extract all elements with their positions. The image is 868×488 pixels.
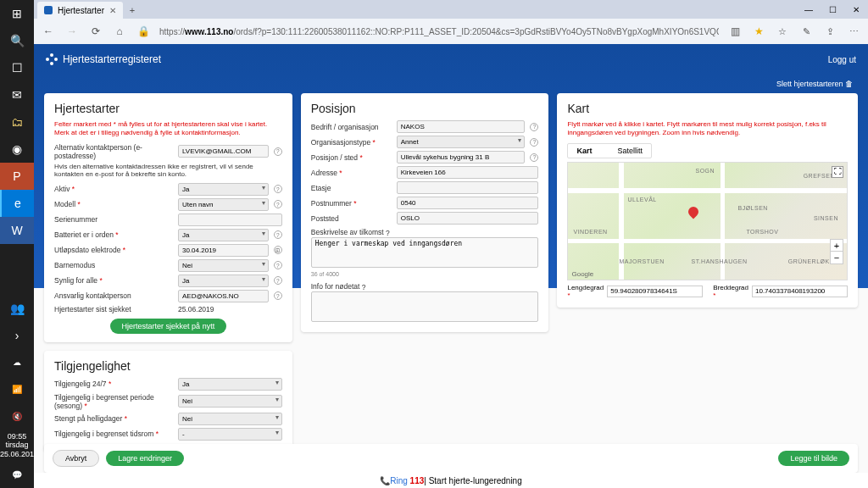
- orgtype-label: Organisasjonstype *: [311, 138, 392, 147]
- task-view-icon[interactable]: ☐: [0, 54, 34, 81]
- wifi-icon[interactable]: 📶: [0, 376, 34, 403]
- periode-select[interactable]: [178, 395, 282, 408]
- mail-icon[interactable]: ✉: [0, 81, 34, 108]
- info-icon[interactable]: ?: [274, 200, 282, 208]
- taskbar-clock[interactable]: 09:55 tirsdag 25.06.2019: [0, 430, 34, 461]
- alt-contact-input[interactable]: [178, 145, 269, 158]
- char-count: 36 of 4000: [311, 271, 539, 277]
- notes-icon[interactable]: ✎: [798, 26, 814, 37]
- adresse-input[interactable]: [397, 166, 539, 179]
- tray-expand-icon[interactable]: ›: [0, 322, 34, 349]
- info-icon[interactable]: ?: [530, 153, 538, 162]
- info-icon[interactable]: ?: [386, 229, 390, 237]
- calendar-icon[interactable]: 🗓: [274, 246, 282, 254]
- forward-button[interactable]: →: [64, 25, 80, 37]
- card-title: Kart: [567, 102, 848, 115]
- tidsrom-select[interactable]: [178, 428, 282, 441]
- windows-taskbar: ⊞ 🔍 ☐ ✉ 🗂 ◉ P e W 👥 › ☁ 📶 🔇 09:55 tirsda…: [0, 0, 34, 488]
- fullscreen-icon[interactable]: ⛶: [832, 166, 843, 178]
- info-icon[interactable]: ?: [530, 123, 538, 131]
- info-icon[interactable]: ?: [274, 147, 282, 156]
- map-label: BJØLSEN: [737, 205, 767, 211]
- favorite-star-icon[interactable]: ★: [751, 25, 766, 37]
- poststed-input[interactable]: [397, 212, 539, 225]
- map-label: TORSHOV: [746, 229, 778, 235]
- map-pin-icon[interactable]: [688, 207, 700, 219]
- barnemodus-select[interactable]: [178, 259, 269, 272]
- browser-tab[interactable]: Hjertestarter ✕: [37, 2, 123, 19]
- map-tab[interactable]: Kart: [568, 144, 600, 158]
- close-tab-icon[interactable]: ✕: [109, 6, 116, 15]
- window-maximize-button[interactable]: ☐: [821, 0, 844, 19]
- map-label: VINDEREN: [573, 229, 607, 235]
- reader-icon[interactable]: ▥: [727, 25, 743, 37]
- delete-defibrillator-link[interactable]: Slett hjertestarteren 🗑: [776, 80, 853, 88]
- info-icon[interactable]: ?: [530, 138, 538, 147]
- info-icon[interactable]: ?: [274, 185, 282, 193]
- search-icon[interactable]: 🔍: [0, 27, 34, 54]
- info-icon[interactable]: ?: [274, 230, 282, 239]
- info-icon[interactable]: ?: [362, 283, 366, 291]
- utlop-input[interactable]: [178, 244, 269, 257]
- adresse-label: Adresse *: [311, 169, 392, 177]
- aktiv-select[interactable]: [178, 183, 269, 196]
- word-icon[interactable]: W: [0, 217, 34, 244]
- t247-select[interactable]: [178, 378, 282, 391]
- synlig-select[interactable]: [178, 274, 269, 287]
- etasje-input[interactable]: [397, 181, 539, 194]
- ansvarlig-input[interactable]: [178, 290, 269, 302]
- card-title: Posisjon: [311, 102, 539, 115]
- stengt-select[interactable]: [178, 413, 282, 425]
- info-icon[interactable]: ?: [274, 276, 282, 285]
- map-canvas[interactable]: SOGN GREFSEN ULLEVÅL BJØLSEN VINDEREN TO…: [567, 162, 848, 280]
- cancel-button[interactable]: Avbryt: [53, 450, 99, 467]
- back-button[interactable]: ←: [41, 25, 56, 37]
- share-icon[interactable]: ⇪: [822, 26, 837, 37]
- logout-link[interactable]: Logg ut: [828, 55, 856, 64]
- serienummer-input[interactable]: [178, 214, 282, 226]
- favorites-icon[interactable]: ☆: [775, 26, 790, 37]
- window-close-button[interactable]: ✕: [844, 0, 868, 19]
- refresh-button[interactable]: ⟳: [88, 25, 103, 37]
- possted-input[interactable]: [397, 151, 526, 164]
- map-zoom-controls: + −: [830, 239, 843, 264]
- chrome-icon[interactable]: ◉: [0, 136, 34, 163]
- action-center-icon[interactable]: 💬: [0, 461, 34, 488]
- app-logo[interactable]: Hjertestarterregisteret: [46, 53, 161, 65]
- add-image-button[interactable]: Legge til bilde: [778, 451, 849, 466]
- info-nodetat-textarea[interactable]: [311, 291, 539, 322]
- powerpoint-icon[interactable]: P: [0, 163, 34, 190]
- save-button[interactable]: Lagre endringer: [106, 451, 184, 466]
- modell-select[interactable]: [178, 198, 269, 211]
- zoom-in-button[interactable]: +: [831, 240, 843, 252]
- zoom-out-button[interactable]: −: [831, 252, 843, 263]
- window-minimize-button[interactable]: —: [797, 0, 821, 19]
- bedrift-input[interactable]: [397, 120, 526, 133]
- new-tab-button[interactable]: +: [123, 2, 142, 19]
- start-button[interactable]: ⊞: [0, 0, 34, 27]
- info-icon[interactable]: ?: [274, 291, 282, 300]
- info-icon[interactable]: ?: [274, 261, 282, 269]
- checked-again-button[interactable]: Hjertestarter sjekket på nytt: [110, 319, 227, 334]
- position-card: Posisjon Bedrift / organisasjon ? Organi…: [301, 93, 549, 332]
- satellite-tab[interactable]: Satellitt: [609, 144, 651, 158]
- map-label: SINSEN: [814, 215, 838, 221]
- edge-icon[interactable]: e: [0, 190, 34, 217]
- google-logo: Google: [571, 270, 593, 278]
- volume-icon[interactable]: 🔇: [0, 403, 34, 430]
- postnr-input[interactable]: [397, 197, 539, 209]
- orgtype-select[interactable]: [397, 136, 526, 148]
- beskrivelse-textarea[interactable]: [311, 237, 539, 268]
- lng-input[interactable]: [607, 286, 703, 297]
- file-explorer-icon[interactable]: 🗂: [0, 108, 34, 136]
- people-icon[interactable]: 👥: [0, 295, 34, 322]
- lng-label: Lengdegrad *: [567, 284, 604, 299]
- home-button[interactable]: ⌂: [112, 25, 127, 37]
- lat-input[interactable]: [752, 286, 848, 297]
- more-icon[interactable]: ⋯: [846, 26, 861, 37]
- map-label: ST.HANSHAUGEN: [691, 258, 747, 264]
- url-field[interactable]: https://www.113.no/ords/f?p=130:111:2260…: [159, 27, 719, 36]
- map-card: Kart Flytt markør ved å klikke i kartet.…: [557, 93, 858, 308]
- batteriet-select[interactable]: [178, 229, 269, 241]
- weather-icon[interactable]: ☁: [0, 349, 34, 376]
